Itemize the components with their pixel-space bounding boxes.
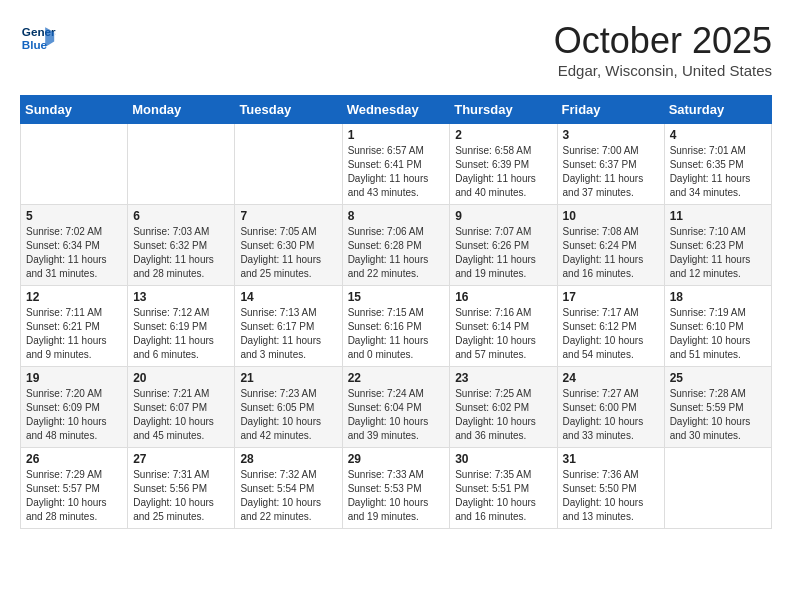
day-info: Sunrise: 7:05 AM Sunset: 6:30 PM Dayligh…: [240, 225, 336, 281]
calendar-week-4: 19Sunrise: 7:20 AM Sunset: 6:09 PM Dayli…: [21, 367, 772, 448]
calendar-week-5: 26Sunrise: 7:29 AM Sunset: 5:57 PM Dayli…: [21, 448, 772, 529]
day-info: Sunrise: 7:28 AM Sunset: 5:59 PM Dayligh…: [670, 387, 766, 443]
day-info: Sunrise: 7:07 AM Sunset: 6:26 PM Dayligh…: [455, 225, 551, 281]
day-number: 29: [348, 452, 445, 466]
calendar-cell: 13Sunrise: 7:12 AM Sunset: 6:19 PM Dayli…: [128, 286, 235, 367]
day-number: 11: [670, 209, 766, 223]
day-info: Sunrise: 7:10 AM Sunset: 6:23 PM Dayligh…: [670, 225, 766, 281]
calendar-week-2: 5Sunrise: 7:02 AM Sunset: 6:34 PM Daylig…: [21, 205, 772, 286]
day-number: 1: [348, 128, 445, 142]
day-info: Sunrise: 7:13 AM Sunset: 6:17 PM Dayligh…: [240, 306, 336, 362]
calendar-cell: 9Sunrise: 7:07 AM Sunset: 6:26 PM Daylig…: [450, 205, 557, 286]
day-info: Sunrise: 7:15 AM Sunset: 6:16 PM Dayligh…: [348, 306, 445, 362]
day-number: 2: [455, 128, 551, 142]
calendar-cell: 31Sunrise: 7:36 AM Sunset: 5:50 PM Dayli…: [557, 448, 664, 529]
calendar-cell: 8Sunrise: 7:06 AM Sunset: 6:28 PM Daylig…: [342, 205, 450, 286]
calendar-cell: 27Sunrise: 7:31 AM Sunset: 5:56 PM Dayli…: [128, 448, 235, 529]
day-info: Sunrise: 6:57 AM Sunset: 6:41 PM Dayligh…: [348, 144, 445, 200]
calendar-cell: 2Sunrise: 6:58 AM Sunset: 6:39 PM Daylig…: [450, 124, 557, 205]
day-info: Sunrise: 7:35 AM Sunset: 5:51 PM Dayligh…: [455, 468, 551, 524]
month-title: October 2025: [554, 20, 772, 62]
calendar-cell: 10Sunrise: 7:08 AM Sunset: 6:24 PM Dayli…: [557, 205, 664, 286]
day-number: 6: [133, 209, 229, 223]
page-header: General Blue October 2025 Edgar, Wiscons…: [20, 20, 772, 79]
day-number: 22: [348, 371, 445, 385]
calendar-cell: [664, 448, 771, 529]
calendar-cell: 12Sunrise: 7:11 AM Sunset: 6:21 PM Dayli…: [21, 286, 128, 367]
calendar-cell: 23Sunrise: 7:25 AM Sunset: 6:02 PM Dayli…: [450, 367, 557, 448]
day-info: Sunrise: 7:32 AM Sunset: 5:54 PM Dayligh…: [240, 468, 336, 524]
calendar-cell: [21, 124, 128, 205]
day-number: 12: [26, 290, 122, 304]
day-number: 26: [26, 452, 122, 466]
calendar-cell: 20Sunrise: 7:21 AM Sunset: 6:07 PM Dayli…: [128, 367, 235, 448]
day-number: 31: [563, 452, 659, 466]
calendar-week-3: 12Sunrise: 7:11 AM Sunset: 6:21 PM Dayli…: [21, 286, 772, 367]
calendar-cell: 1Sunrise: 6:57 AM Sunset: 6:41 PM Daylig…: [342, 124, 450, 205]
calendar-cell: 11Sunrise: 7:10 AM Sunset: 6:23 PM Dayli…: [664, 205, 771, 286]
day-info: Sunrise: 7:03 AM Sunset: 6:32 PM Dayligh…: [133, 225, 229, 281]
day-number: 7: [240, 209, 336, 223]
svg-text:Blue: Blue: [22, 38, 48, 51]
calendar-header-row: SundayMondayTuesdayWednesdayThursdayFrid…: [21, 96, 772, 124]
day-number: 19: [26, 371, 122, 385]
day-info: Sunrise: 7:21 AM Sunset: 6:07 PM Dayligh…: [133, 387, 229, 443]
day-info: Sunrise: 7:06 AM Sunset: 6:28 PM Dayligh…: [348, 225, 445, 281]
calendar-cell: 28Sunrise: 7:32 AM Sunset: 5:54 PM Dayli…: [235, 448, 342, 529]
calendar-cell: 24Sunrise: 7:27 AM Sunset: 6:00 PM Dayli…: [557, 367, 664, 448]
day-info: Sunrise: 7:19 AM Sunset: 6:10 PM Dayligh…: [670, 306, 766, 362]
day-number: 14: [240, 290, 336, 304]
day-info: Sunrise: 7:00 AM Sunset: 6:37 PM Dayligh…: [563, 144, 659, 200]
calendar-cell: 30Sunrise: 7:35 AM Sunset: 5:51 PM Dayli…: [450, 448, 557, 529]
day-number: 8: [348, 209, 445, 223]
calendar-table: SundayMondayTuesdayWednesdayThursdayFrid…: [20, 95, 772, 529]
day-number: 9: [455, 209, 551, 223]
calendar-cell: 26Sunrise: 7:29 AM Sunset: 5:57 PM Dayli…: [21, 448, 128, 529]
title-block: October 2025 Edgar, Wisconsin, United St…: [554, 20, 772, 79]
calendar-cell: 4Sunrise: 7:01 AM Sunset: 6:35 PM Daylig…: [664, 124, 771, 205]
calendar-cell: 19Sunrise: 7:20 AM Sunset: 6:09 PM Dayli…: [21, 367, 128, 448]
calendar-cell: 7Sunrise: 7:05 AM Sunset: 6:30 PM Daylig…: [235, 205, 342, 286]
calendar-cell: 14Sunrise: 7:13 AM Sunset: 6:17 PM Dayli…: [235, 286, 342, 367]
day-number: 13: [133, 290, 229, 304]
day-number: 18: [670, 290, 766, 304]
column-header-friday: Friday: [557, 96, 664, 124]
calendar-cell: 25Sunrise: 7:28 AM Sunset: 5:59 PM Dayli…: [664, 367, 771, 448]
location: Edgar, Wisconsin, United States: [554, 62, 772, 79]
day-number: 10: [563, 209, 659, 223]
logo-icon: General Blue: [20, 20, 56, 56]
day-info: Sunrise: 7:01 AM Sunset: 6:35 PM Dayligh…: [670, 144, 766, 200]
column-header-saturday: Saturday: [664, 96, 771, 124]
day-number: 25: [670, 371, 766, 385]
column-header-thursday: Thursday: [450, 96, 557, 124]
day-info: Sunrise: 7:31 AM Sunset: 5:56 PM Dayligh…: [133, 468, 229, 524]
day-number: 4: [670, 128, 766, 142]
column-header-tuesday: Tuesday: [235, 96, 342, 124]
calendar-cell: 5Sunrise: 7:02 AM Sunset: 6:34 PM Daylig…: [21, 205, 128, 286]
day-info: Sunrise: 7:17 AM Sunset: 6:12 PM Dayligh…: [563, 306, 659, 362]
calendar-cell: 15Sunrise: 7:15 AM Sunset: 6:16 PM Dayli…: [342, 286, 450, 367]
calendar-cell: 17Sunrise: 7:17 AM Sunset: 6:12 PM Dayli…: [557, 286, 664, 367]
day-info: Sunrise: 7:24 AM Sunset: 6:04 PM Dayligh…: [348, 387, 445, 443]
day-info: Sunrise: 7:29 AM Sunset: 5:57 PM Dayligh…: [26, 468, 122, 524]
calendar-cell: 6Sunrise: 7:03 AM Sunset: 6:32 PM Daylig…: [128, 205, 235, 286]
column-header-sunday: Sunday: [21, 96, 128, 124]
column-header-monday: Monday: [128, 96, 235, 124]
day-number: 24: [563, 371, 659, 385]
calendar-cell: [128, 124, 235, 205]
calendar-cell: 18Sunrise: 7:19 AM Sunset: 6:10 PM Dayli…: [664, 286, 771, 367]
calendar-cell: 21Sunrise: 7:23 AM Sunset: 6:05 PM Dayli…: [235, 367, 342, 448]
day-info: Sunrise: 7:02 AM Sunset: 6:34 PM Dayligh…: [26, 225, 122, 281]
calendar-cell: 16Sunrise: 7:16 AM Sunset: 6:14 PM Dayli…: [450, 286, 557, 367]
day-number: 17: [563, 290, 659, 304]
day-number: 15: [348, 290, 445, 304]
calendar-cell: [235, 124, 342, 205]
day-info: Sunrise: 7:20 AM Sunset: 6:09 PM Dayligh…: [26, 387, 122, 443]
column-header-wednesday: Wednesday: [342, 96, 450, 124]
day-info: Sunrise: 7:16 AM Sunset: 6:14 PM Dayligh…: [455, 306, 551, 362]
day-number: 30: [455, 452, 551, 466]
calendar-cell: 3Sunrise: 7:00 AM Sunset: 6:37 PM Daylig…: [557, 124, 664, 205]
day-info: Sunrise: 7:25 AM Sunset: 6:02 PM Dayligh…: [455, 387, 551, 443]
day-number: 5: [26, 209, 122, 223]
day-info: Sunrise: 7:33 AM Sunset: 5:53 PM Dayligh…: [348, 468, 445, 524]
